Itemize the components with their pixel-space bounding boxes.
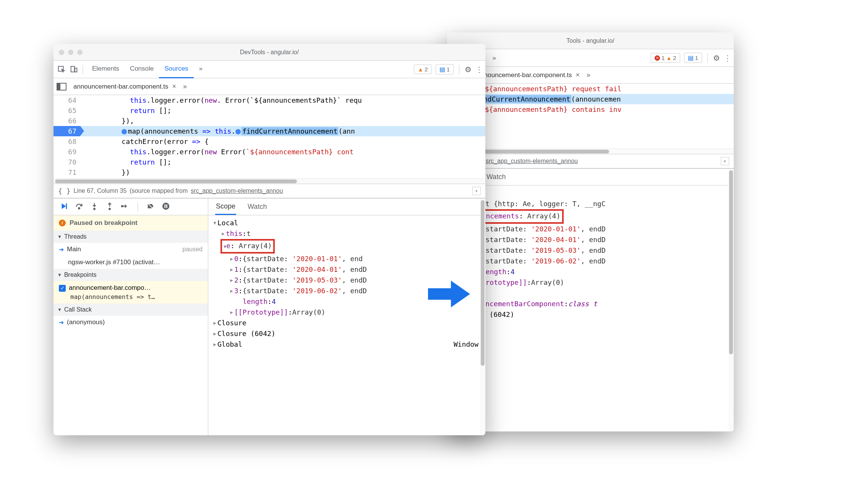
code-editor[interactable]: 64 this.logger.error(new. Error(`${annou…: [53, 95, 485, 178]
svg-point-5: [94, 208, 95, 210]
titlebar: Tools - angular.io/: [447, 32, 734, 49]
window-title: DevTools - angular.io/: [53, 49, 485, 56]
cursor-location: Line 67, Column 35: [74, 187, 127, 194]
kebab-icon[interactable]: ⋮: [724, 53, 731, 63]
h-scrollbar[interactable]: [447, 149, 734, 154]
svg-point-4: [78, 208, 80, 209]
titlebar: DevTools - angular.io/: [53, 44, 485, 61]
svg-point-7: [122, 205, 123, 207]
step-icon[interactable]: [121, 202, 129, 212]
toolbar: Sources » ✕1 ▲2 ▤ 1 ⚙ ⋮: [447, 49, 734, 67]
sourcemap-link[interactable]: src_app_custom-elements_annou: [191, 187, 283, 194]
sourcemap-link[interactable]: src_app_custom-elements_annou: [486, 158, 578, 165]
thread-main[interactable]: ➔Mainpaused: [53, 243, 208, 256]
devtools-window-right: Tools - angular.io/ Sources » ✕1 ▲2 ▤ 1 …: [447, 32, 734, 431]
thread-worker[interactable]: ngsw-worker.js #7100 (activat…: [53, 256, 208, 269]
close-icon[interactable]: ×: [172, 82, 177, 90]
pause-exceptions-icon[interactable]: [162, 202, 170, 212]
statusbar: apped from src_app_custom-elements_annou…: [447, 154, 734, 168]
tabs-overflow[interactable]: »: [487, 50, 501, 66]
callstack-frame[interactable]: ➔(anonymous): [53, 316, 208, 329]
tabs-overflow-icon[interactable]: »: [183, 82, 187, 90]
tab-elements[interactable]: Elements: [87, 60, 125, 78]
pretty-print-icon[interactable]: { }: [58, 187, 71, 195]
arrow-icon: ➔: [59, 246, 64, 253]
tab-watch[interactable]: Watch: [486, 170, 506, 184]
debugger-controls: [53, 199, 208, 215]
svg-point-6: [109, 208, 110, 210]
warning-badge[interactable]: ▲ 2: [414, 65, 431, 74]
threads-header[interactable]: ▼Threads: [53, 231, 208, 243]
checkbox-icon[interactable]: ✓: [59, 285, 66, 292]
file-tabs: d8.js announcement-bar.component.ts× »: [447, 67, 734, 84]
step-into-icon[interactable]: [90, 202, 99, 212]
scope-tree[interactable]: ▼Local▶this: t▼e: Array(4)▶0: {startDate…: [208, 215, 485, 435]
file-tabs: announcement-bar.component.ts× »: [53, 78, 485, 95]
file-tab-announcement[interactable]: announcement-bar.component.ts×: [70, 80, 179, 93]
kebab-icon[interactable]: ⋮: [475, 65, 482, 74]
deactivate-bp-icon[interactable]: [146, 202, 155, 212]
svg-point-8: [162, 203, 169, 210]
tab-console[interactable]: Console: [125, 60, 159, 78]
devtools-window-left: DevTools - angular.io/ Elements Console …: [53, 44, 485, 435]
device-icon[interactable]: [69, 65, 79, 74]
toolbar: Elements Console Sources » ▲ 2 ▤ 1 ⚙ ⋮: [53, 61, 485, 78]
callstack-header[interactable]: ▼Call Stack: [53, 304, 208, 316]
settings-icon[interactable]: ⚙: [465, 65, 472, 74]
messages-badge[interactable]: ▤ 1: [436, 64, 454, 74]
svg-rect-1: [71, 66, 75, 72]
breakpoints-header[interactable]: ▼Breakpoints: [53, 269, 208, 281]
file-tab-announcement[interactable]: announcement-bar.component.ts×: [474, 69, 583, 81]
arrow-icon: ➔: [59, 319, 64, 326]
comparison-arrow-icon: [428, 279, 470, 309]
tabs-overflow-icon[interactable]: »: [587, 71, 590, 79]
sidebar-toggle-icon[interactable]: [57, 83, 66, 90]
info-icon[interactable]: ▾: [472, 187, 481, 195]
v-scrollbar[interactable]: [480, 199, 485, 435]
tabs-overflow[interactable]: »: [194, 60, 208, 78]
close-icon[interactable]: ×: [576, 71, 580, 79]
step-over-icon[interactable]: [75, 202, 83, 212]
tab-scope[interactable]: Scope: [215, 199, 236, 215]
svg-rect-3: [66, 204, 67, 209]
paused-banner: i Paused on breakpoint: [53, 215, 208, 231]
tab-watch[interactable]: Watch: [247, 199, 267, 214]
messages-badge[interactable]: ▤ 1: [684, 53, 702, 63]
svg-rect-9: [164, 204, 165, 208]
v-scrollbar[interactable]: [728, 169, 734, 431]
breakpoint-item[interactable]: ✓announcement-bar.compo… map(announcemen…: [53, 281, 208, 304]
inspect-icon[interactable]: [57, 65, 66, 74]
statusbar: { } Line 67, Column 35 (source mapped fr…: [53, 184, 485, 198]
svg-rect-2: [75, 68, 77, 72]
scope-tree[interactable]: ▼Local▶this: t {http: Ae, logger: T, __n…: [447, 186, 734, 431]
tab-sources[interactable]: Sources: [159, 60, 193, 78]
resume-icon[interactable]: [60, 202, 68, 212]
step-out-icon[interactable]: [105, 202, 114, 212]
window-title: Tools - angular.io/: [447, 37, 734, 44]
svg-rect-10: [166, 204, 167, 208]
info-icon[interactable]: ▾: [721, 157, 729, 165]
info-icon: i: [59, 220, 66, 226]
settings-icon[interactable]: ⚙: [713, 53, 720, 63]
h-scrollbar[interactable]: [53, 178, 485, 184]
code-editor[interactable]: Error(`${announcementsPath} request fail…: [447, 84, 734, 149]
debugger-sidebar: i Paused on breakpoint ▼Threads ➔Mainpau…: [53, 199, 208, 435]
error-badge[interactable]: ✕1 ▲2: [651, 53, 680, 63]
